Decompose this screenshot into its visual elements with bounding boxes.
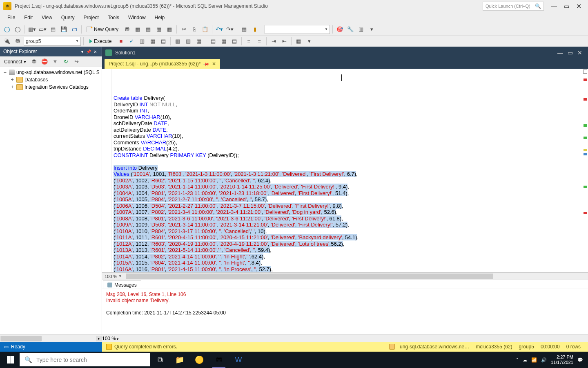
available-db-button[interactable]: ⛃: [13, 37, 22, 46]
nav-back-button[interactable]: ◯: [2, 25, 11, 34]
menu-view[interactable]: View: [38, 13, 56, 22]
undo-button[interactable]: ↶▾: [215, 25, 224, 34]
copy-button[interactable]: ⎘: [190, 25, 199, 34]
database-engine-query-button[interactable]: ⛃: [122, 25, 131, 34]
menu-file[interactable]: File: [3, 13, 19, 22]
display-plan-button[interactable]: ▥: [138, 37, 147, 46]
activity-button[interactable]: ▮: [250, 25, 259, 34]
code-line[interactable]: [114, 89, 581, 95]
save-all-button[interactable]: 🗃: [70, 25, 79, 34]
specify-values-button[interactable]: ▦: [294, 37, 303, 46]
solution-config-dropdown[interactable]: ▼: [265, 25, 330, 34]
code-line[interactable]: ('1010A', 1010, 'P804', '2021-3-17 11:00…: [114, 228, 581, 235]
code-line[interactable]: Create table Delivery(: [114, 95, 581, 101]
task-view-button[interactable]: ⧉: [150, 352, 170, 368]
ssms-taskbar-icon[interactable]: ⛃: [209, 352, 229, 368]
notifications-icon[interactable]: 💬: [577, 357, 583, 363]
code-line[interactable]: ('1002A', 1002, 'R602', '2021-1-15 11:00…: [114, 177, 581, 184]
code-line[interactable]: Insert into Delivery: [114, 165, 581, 171]
messages-tab[interactable]: Messages: [103, 280, 141, 289]
panel-scrollbar[interactable]: ◂ ▸: [0, 334, 102, 342]
wifi-icon[interactable]: 📶: [531, 357, 537, 363]
taskbar-clock[interactable]: 2:27 PM 11/17/2021: [551, 355, 573, 365]
registered-servers-button[interactable]: ▥: [356, 25, 365, 34]
zoom-dropdown[interactable]: 100 %▼: [102, 274, 124, 279]
outdent-button[interactable]: ⇤: [280, 37, 289, 46]
cut-button[interactable]: ✂: [179, 25, 188, 34]
onedrive-icon[interactable]: ☁: [523, 357, 527, 363]
results-text-button[interactable]: ▤: [209, 37, 218, 46]
volume-icon[interactable]: 🔊: [541, 357, 547, 363]
doc-minimize-button[interactable]: —: [555, 48, 565, 58]
doc-maximize-button[interactable]: ▭: [565, 48, 575, 58]
horizontal-scrollbar[interactable]: [126, 274, 586, 279]
start-button[interactable]: [2, 352, 20, 368]
indent-button[interactable]: ⇥: [269, 37, 278, 46]
database-selector[interactable]: group5 ▼: [24, 37, 81, 46]
code-editor[interactable]: Create table Delivery(DeliveryID INT NOT…: [102, 69, 588, 272]
execute-button[interactable]: Execute: [86, 37, 115, 46]
file-tab-active[interactable]: Project 1.sql - ung...p5 (mcluca3355 (62…: [105, 59, 220, 69]
filter-button[interactable]: ▼: [51, 57, 60, 66]
tree-node[interactable]: +Integration Services Catalogs: [0, 83, 102, 91]
explorer-taskbar-icon[interactable]: 📁: [170, 352, 189, 368]
paste-button[interactable]: 📋: [200, 25, 209, 34]
tools-button[interactable]: 🔧: [346, 25, 355, 34]
maximize-button[interactable]: ▭: [560, 1, 572, 11]
comment-button[interactable]: ≡: [244, 37, 253, 46]
connect-button[interactable]: Connect ▾: [2, 58, 28, 65]
change-connection-button[interactable]: 🔌: [2, 37, 11, 46]
parse-button[interactable]: ✓: [127, 37, 136, 46]
query-options-button[interactable]: ▦: [148, 37, 157, 46]
split-icon[interactable]: [583, 70, 587, 74]
disconnect-button[interactable]: ⛃: [29, 57, 38, 66]
tree-node[interactable]: −ung-sql.database.windows.net (SQL S: [0, 69, 102, 76]
menu-query[interactable]: Query: [57, 13, 79, 22]
dmx-button[interactable]: ▦: [154, 25, 163, 34]
menu-edit[interactable]: Edit: [20, 13, 37, 22]
word-taskbar-icon[interactable]: W: [229, 352, 248, 368]
panel-dropdown-button[interactable]: ▾: [79, 48, 85, 55]
code-line[interactable]: DeliveryID INT NOT NULL,: [114, 101, 581, 108]
results-file-button[interactable]: ▤: [230, 37, 239, 46]
results-grid-button[interactable]: ▦: [219, 37, 228, 46]
mdx-button[interactable]: ▦: [144, 25, 153, 34]
scroll-right-icon[interactable]: ▸: [96, 336, 102, 341]
code-line[interactable]: OrderNum INT,: [114, 108, 581, 114]
nav-fwd-button[interactable]: ◯: [13, 25, 22, 34]
overview-ruler[interactable]: [581, 69, 588, 272]
code-line[interactable]: ('1015A', 1015, 'P804', '2021-4-14 11:00…: [114, 260, 581, 266]
code-line[interactable]: ('1009A', 1009, 'D503', '2021-3-14 11:00…: [114, 222, 581, 228]
xmla-button[interactable]: ▦: [165, 25, 174, 34]
expand-icon[interactable]: −: [2, 70, 7, 75]
code-line[interactable]: ('1007A', 1007, 'P802', '2021-3-4 11:00:…: [114, 209, 581, 215]
redo-button[interactable]: ↷▾: [225, 25, 234, 34]
code-line[interactable]: tripDistance DECIMAL(4,2),: [114, 146, 581, 152]
analysis-button[interactable]: ▦: [133, 25, 142, 34]
code-line[interactable]: currentStatus VARCHAR(10),: [114, 133, 581, 139]
script-button[interactable]: ↪: [72, 57, 81, 66]
messages-content[interactable]: Msg 208, Level 16, State 1, Line 106 Inv…: [102, 289, 588, 334]
include-stats-button[interactable]: ▥: [184, 37, 193, 46]
menu-help[interactable]: Help: [151, 13, 169, 22]
code-line[interactable]: ('1008A', 1008, 'P801', '2021-3-6 11:00:…: [114, 215, 581, 222]
taskbar-search[interactable]: 🔍 Type here to search: [20, 353, 150, 366]
code-line[interactable]: actDeliveryDate DATE,: [114, 127, 581, 133]
menu-project[interactable]: Project: [80, 13, 103, 22]
chrome-taskbar-icon[interactable]: 🟡: [189, 352, 209, 368]
messages-zoom-dropdown[interactable]: 100 %▼: [102, 336, 119, 341]
system-tray[interactable]: ˄ ☁ 📶 🔊 2:27 PM 11/17/2021 💬: [516, 355, 586, 365]
tree-node[interactable]: +Databases: [0, 76, 102, 83]
close-button[interactable]: ✕: [572, 1, 585, 11]
tray-chevron-icon[interactable]: ˄: [516, 357, 519, 363]
code-line[interactable]: ('1003A', 1003, 'D503', '2021-1-14 11:00…: [114, 184, 581, 190]
object-explorer-tree[interactable]: −ung-sql.database.windows.net (SQL S+Dat…: [0, 67, 102, 334]
menu-tools[interactable]: Tools: [104, 13, 123, 22]
intellisense-button[interactable]: ▤: [159, 37, 168, 46]
code-line[interactable]: CONSTRAINT Delivery PRIMARY KEY (Deliver…: [114, 152, 581, 159]
code-line[interactable]: [114, 158, 581, 165]
include-plan-button[interactable]: ▥: [173, 37, 182, 46]
add-button[interactable]: ▤: [49, 25, 58, 34]
pin-icon[interactable]: 📌: [203, 61, 209, 67]
cancel-query-button[interactable]: ■: [116, 37, 125, 46]
